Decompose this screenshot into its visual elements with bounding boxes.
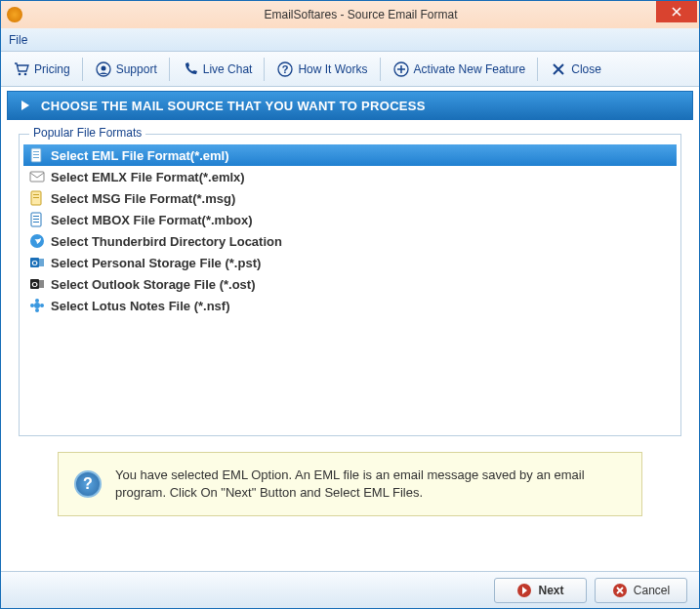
- format-item-label: Select MBOX File Format(*.mbox): [51, 213, 253, 227]
- format-item[interactable]: Select EMLX File Format(*.emlx): [23, 166, 677, 187]
- file-eml-icon: [29, 147, 45, 163]
- format-item[interactable]: Select MBOX File Format(*.mbox): [23, 209, 677, 230]
- window-close-button[interactable]: [656, 1, 697, 22]
- format-item[interactable]: Select MSG File Format(*.msg): [23, 187, 677, 209]
- question-icon: ?: [276, 61, 294, 78]
- svg-rect-25: [39, 280, 44, 288]
- svg-text:?: ?: [282, 63, 289, 75]
- format-item-label: Select Thunderbird Directory Location: [51, 234, 282, 249]
- next-label: Next: [538, 584, 563, 597]
- toolbar-pricing-label: Pricing: [34, 62, 70, 76]
- toolbar-live-chat[interactable]: Live Chat: [174, 57, 261, 82]
- window-title: EmailSoftares - Source Email Format: [22, 8, 699, 21]
- toolbar-activate[interactable]: Activate New Feature: [385, 57, 534, 82]
- format-item[interactable]: OSelect Outlook Storage File (*.ost): [23, 273, 677, 295]
- format-item[interactable]: Select Thunderbird Directory Location: [23, 230, 677, 252]
- svg-point-27: [35, 299, 39, 303]
- format-item[interactable]: OSelect Personal Storage File (*.pst): [23, 252, 677, 273]
- arrow-right-circle-icon: [516, 583, 532, 598]
- cart-icon: [13, 61, 30, 78]
- footer: Next Cancel: [1, 571, 699, 608]
- svg-rect-8: [33, 151, 39, 152]
- outlook-icon: O: [29, 255, 45, 270]
- svg-point-29: [30, 304, 34, 307]
- arrow-right-icon: [18, 98, 33, 113]
- format-item-label: Select EML File Format(*.eml): [51, 148, 229, 163]
- svg-point-0: [19, 72, 21, 75]
- toolbar-activate-label: Activate New Feature: [414, 62, 526, 76]
- section-header: CHOOSE THE MAIL SOURCE THAT YOU WANT TO …: [7, 91, 693, 120]
- menubar: File: [1, 28, 699, 52]
- titlebar: EmailSoftares - Source Email Format: [1, 1, 699, 28]
- svg-text:O: O: [31, 280, 37, 289]
- section-title: CHOOSE THE MAIL SOURCE THAT YOU WANT TO …: [41, 99, 426, 113]
- toolbar-support-label: Support: [116, 62, 157, 76]
- toolbar-close-label: Close: [571, 62, 601, 76]
- toolbar-pricing[interactable]: Pricing: [5, 57, 78, 82]
- svg-point-26: [34, 303, 40, 308]
- svg-point-1: [24, 72, 27, 75]
- svg-rect-14: [33, 197, 39, 198]
- format-item[interactable]: Select Lotus Notes File (*.nsf): [23, 295, 677, 316]
- toolbar-separator: [169, 58, 170, 81]
- svg-rect-10: [33, 157, 39, 158]
- svg-point-30: [40, 304, 44, 307]
- next-button[interactable]: Next: [494, 578, 587, 603]
- toolbar-how-label: How It Works: [298, 62, 367, 76]
- toolbar-separator: [380, 58, 381, 81]
- svg-rect-11: [30, 172, 44, 182]
- toolbar-support[interactable]: Support: [87, 57, 165, 82]
- cancel-button[interactable]: Cancel: [595, 578, 687, 603]
- formats-list: Select EML File Format(*.eml)Select EMLX…: [23, 144, 677, 316]
- svg-rect-22: [39, 259, 44, 266]
- menu-file[interactable]: File: [9, 33, 27, 47]
- formats-legend: Popular File Formats: [29, 126, 145, 140]
- format-item-label: Select Outlook Storage File (*.ost): [51, 277, 255, 292]
- svg-rect-18: [33, 222, 39, 223]
- svg-rect-17: [33, 219, 39, 220]
- format-item-label: Select MSG File Format(*.msg): [51, 191, 235, 206]
- toolbar-close[interactable]: Close: [542, 57, 609, 82]
- close-icon: [671, 6, 682, 18]
- toolbar-how-it-works[interactable]: ? How It Works: [268, 57, 375, 82]
- thunderbird-icon: [29, 233, 45, 249]
- svg-point-28: [35, 308, 39, 312]
- app-window: EmailSoftares - Source Email Format File…: [0, 0, 700, 609]
- cancel-label: Cancel: [634, 584, 670, 597]
- app-icon: [7, 7, 22, 22]
- content-area: Popular File Formats Select EML File For…: [1, 124, 699, 571]
- format-item-label: Select Lotus Notes File (*.nsf): [51, 299, 229, 313]
- toolbar-separator: [82, 58, 83, 81]
- svg-text:O: O: [31, 259, 37, 267]
- format-item-label: Select EMLX File Format(*.emlx): [51, 170, 245, 184]
- toolbar-separator: [537, 58, 538, 81]
- cancel-circle-icon: [612, 583, 628, 598]
- info-icon: ?: [74, 470, 102, 498]
- info-text: You have selected EML Option. An EML fil…: [115, 467, 626, 502]
- svg-rect-9: [33, 154, 39, 155]
- format-item-label: Select Personal Storage File (*.pst): [51, 256, 261, 270]
- headset-icon: [95, 61, 112, 78]
- svg-rect-16: [33, 216, 39, 217]
- x-icon: [550, 61, 567, 78]
- svg-rect-13: [33, 194, 39, 195]
- envelope-icon: [29, 169, 45, 184]
- info-box: ? You have selected EML Option. An EML f…: [58, 452, 642, 516]
- file-mbox-icon: [29, 212, 45, 227]
- formats-fieldset: Popular File Formats Select EML File For…: [19, 134, 681, 436]
- outlook-dark-icon: O: [29, 276, 45, 292]
- toolbar-live-chat-label: Live Chat: [203, 62, 253, 76]
- svg-point-3: [101, 65, 105, 70]
- phone-icon: [182, 61, 199, 78]
- lotus-icon: [29, 298, 45, 313]
- file-msg-icon: [29, 190, 45, 206]
- toolbar-separator: [264, 58, 265, 81]
- format-item[interactable]: Select EML File Format(*.eml): [23, 144, 677, 166]
- plus-circle-icon: [392, 61, 410, 78]
- toolbar: Pricing Support Live Chat ? How It Works…: [1, 52, 699, 87]
